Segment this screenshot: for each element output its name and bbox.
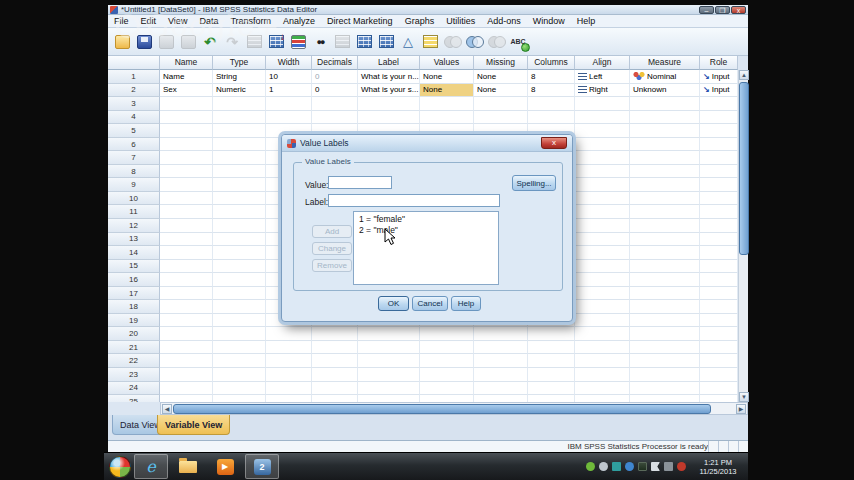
empty-cell[interactable] (420, 354, 474, 368)
empty-cell[interactable] (630, 124, 700, 138)
empty-cell[interactable] (630, 395, 700, 402)
empty-cell[interactable] (700, 327, 738, 341)
menu-item-direct-marketing[interactable]: Direct Marketing (321, 15, 399, 27)
scroll-right-arrow[interactable]: ▶ (736, 404, 746, 414)
empty-cell[interactable] (528, 97, 575, 111)
horizontal-scrollbar-thumb[interactable] (173, 404, 711, 414)
tray-flag-icon[interactable] (651, 462, 660, 471)
start-orb-icon[interactable] (109, 456, 131, 478)
row-header[interactable]: 13 (108, 233, 160, 247)
cell-name[interactable]: Sex (160, 84, 213, 98)
empty-cell[interactable] (266, 97, 312, 111)
empty-cell[interactable] (266, 111, 312, 125)
empty-cell[interactable] (474, 327, 528, 341)
empty-cell[interactable] (700, 354, 738, 368)
cell-decimals[interactable]: 0 (312, 70, 358, 84)
empty-cell[interactable] (358, 97, 420, 111)
menu-item-edit[interactable]: Edit (135, 15, 163, 27)
row-header[interactable]: 19 (108, 314, 160, 328)
empty-cell[interactable] (700, 205, 738, 219)
row-header[interactable]: 6 (108, 138, 160, 152)
select-cases-icon[interactable] (464, 32, 484, 52)
empty-cell[interactable] (160, 287, 213, 301)
empty-cell[interactable] (213, 165, 266, 179)
menu-item-transform[interactable]: Transform (224, 15, 277, 27)
empty-cell[interactable] (160, 97, 213, 111)
windows-media-player-icon[interactable]: ▶ (208, 454, 242, 479)
empty-cell[interactable] (474, 97, 528, 111)
row-header[interactable]: 17 (108, 287, 160, 301)
empty-cell[interactable] (630, 97, 700, 111)
add-button[interactable]: Add (312, 225, 352, 238)
empty-cell[interactable] (474, 382, 528, 396)
empty-cell[interactable] (213, 219, 266, 233)
empty-cell[interactable] (630, 151, 700, 165)
empty-cell[interactable] (528, 382, 575, 396)
cell-values-selected[interactable]: None (420, 84, 474, 98)
empty-cell[interactable] (700, 287, 738, 301)
row-header[interactable]: 18 (108, 300, 160, 314)
ok-button[interactable]: OK (378, 296, 409, 311)
tray-icon[interactable] (612, 462, 621, 471)
empty-cell[interactable] (630, 273, 700, 287)
tray-icon[interactable] (586, 462, 595, 471)
empty-cell[interactable] (358, 395, 420, 402)
column-header-values[interactable]: Values (420, 56, 474, 70)
scroll-down-arrow[interactable]: ▼ (739, 392, 749, 402)
column-header-measure[interactable]: Measure (630, 56, 700, 70)
empty-cell[interactable] (700, 314, 738, 328)
empty-cell[interactable] (160, 111, 213, 125)
menu-item-file[interactable]: File (108, 15, 135, 27)
cell-decimals[interactable]: 0 (312, 84, 358, 98)
row-header[interactable]: 22 (108, 354, 160, 368)
column-header-label[interactable]: Label (358, 56, 420, 70)
cell-columns[interactable]: 8 (528, 84, 575, 98)
empty-cell[interactable] (213, 178, 266, 192)
empty-cell[interactable] (474, 395, 528, 402)
empty-cell[interactable] (213, 138, 266, 152)
empty-cell[interactable] (213, 233, 266, 247)
empty-cell[interactable] (213, 273, 266, 287)
empty-cell[interactable] (160, 300, 213, 314)
column-header-decimals[interactable]: Decimals (312, 56, 358, 70)
cell-measure[interactable]: Nominal (630, 70, 700, 84)
vertical-scrollbar-thumb[interactable] (739, 82, 749, 255)
empty-cell[interactable] (358, 382, 420, 396)
split-file-icon[interactable] (376, 32, 396, 52)
open-file-icon[interactable] (112, 32, 132, 52)
cell-role[interactable]: ↘Input (700, 70, 738, 84)
empty-cell[interactable] (312, 111, 358, 125)
empty-cell[interactable] (630, 260, 700, 274)
cell-missing[interactable]: None (474, 84, 528, 98)
column-header-columns[interactable]: Columns (528, 56, 575, 70)
empty-cell[interactable] (575, 192, 630, 206)
empty-cell[interactable] (700, 219, 738, 233)
goto-variable-icon[interactable]: ↓ (266, 32, 286, 52)
row-header[interactable]: 15 (108, 260, 160, 274)
empty-cell[interactable] (474, 354, 528, 368)
empty-cell[interactable] (575, 273, 630, 287)
row-header[interactable]: 4 (108, 111, 160, 125)
empty-cell[interactable] (213, 354, 266, 368)
empty-cell[interactable] (630, 138, 700, 152)
find-icon[interactable]: ●● (310, 32, 330, 52)
empty-cell[interactable] (213, 341, 266, 355)
empty-cell[interactable] (700, 178, 738, 192)
empty-cell[interactable] (630, 382, 700, 396)
empty-cell[interactable] (528, 368, 575, 382)
empty-cell[interactable] (575, 246, 630, 260)
empty-cell[interactable] (630, 111, 700, 125)
empty-cell[interactable] (630, 327, 700, 341)
empty-cell[interactable] (630, 246, 700, 260)
empty-cell[interactable] (358, 327, 420, 341)
empty-cell[interactable] (213, 111, 266, 125)
empty-cell[interactable] (575, 287, 630, 301)
empty-cell[interactable] (630, 368, 700, 382)
row-header[interactable]: 3 (108, 97, 160, 111)
empty-cell[interactable] (213, 205, 266, 219)
empty-cell[interactable] (213, 151, 266, 165)
cell-missing[interactable]: None (474, 70, 528, 84)
tray-icon[interactable] (638, 462, 647, 471)
undo-icon[interactable]: ↶ (200, 32, 220, 52)
empty-cell[interactable] (700, 260, 738, 274)
